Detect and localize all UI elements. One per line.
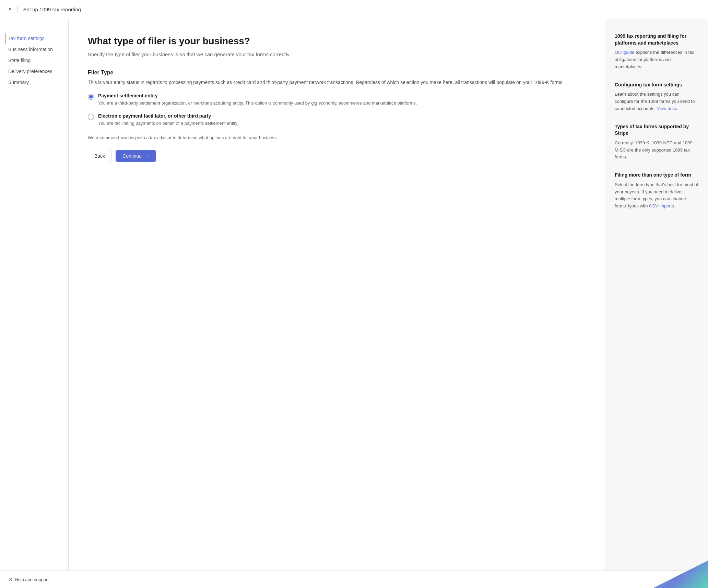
radio-title-pse: Payment settlement entity <box>98 93 417 98</box>
help-block-title-1: Configuring tax form settings <box>615 82 698 88</box>
view-docs-link[interactable]: View docs <box>657 106 677 111</box>
page-subtitle: Specify the type of filer your business … <box>88 51 586 59</box>
help-block-1: Configuring tax form settings Learn abou… <box>615 82 698 112</box>
back-button[interactable]: Back <box>88 150 111 162</box>
advisory-text: We recommend working with a tax advisor … <box>88 135 586 140</box>
help-block-2: Types of tax forms supported by Stripe C… <box>615 123 698 161</box>
main-layout: Tax form settings Business information S… <box>0 19 708 571</box>
radio-epf[interactable] <box>88 114 94 120</box>
radio-input-epf[interactable] <box>88 114 94 121</box>
radio-label-epf: Electronic payment facilitator, or other… <box>98 113 238 127</box>
help-block-0: 1099 tax reporting and filing for platfo… <box>615 33 698 71</box>
section-desc: This is your entity status in regards to… <box>88 79 586 86</box>
help-support-label: Help and support <box>15 577 49 582</box>
topbar-title: Set up 1099 tax reporting <box>23 7 81 12</box>
filer-type-section: Filer Type This is your entity status in… <box>88 70 586 127</box>
radio-option-pse: Payment settlement entity You are a thir… <box>88 93 586 107</box>
sidebar-item-state-filing[interactable]: State filing <box>8 55 60 66</box>
csv-imports-link[interactable]: CSV imports <box>649 203 674 208</box>
help-block-title-2: Types of tax forms supported by Stripe <box>615 123 698 137</box>
help-block-title-0: 1099 tax reporting and filing for platfo… <box>615 33 698 46</box>
radio-label-pse: Payment settlement entity You are a thir… <box>98 93 417 107</box>
help-block-text-1-before: Learn about the settings you can configu… <box>615 92 695 111</box>
help-block-title-3: Filing more than one type of form <box>615 172 698 179</box>
radio-pse[interactable] <box>88 94 94 100</box>
radio-title-epf: Electronic payment facilitator, or other… <box>98 113 238 119</box>
continue-button[interactable]: Continue → <box>116 150 156 162</box>
page-title: What type of filer is your business? <box>88 36 586 47</box>
help-icon: ⊙ <box>8 576 13 583</box>
help-block-text-0: Our guide explains the differences in ta… <box>615 49 698 70</box>
help-block-text-2: Currently, 1099-K, 1099-NEC and 1099-MIS… <box>615 140 698 161</box>
help-block-text-1: Learn about the settings you can configu… <box>615 91 698 112</box>
content-area: What type of filer is your business? Spe… <box>69 19 605 571</box>
topbar-divider <box>17 6 18 13</box>
button-row: Back Continue → <box>88 150 586 162</box>
sidebar-item-business-information[interactable]: Business information <box>8 44 60 55</box>
close-button[interactable]: × <box>8 6 12 13</box>
help-block-text-3: Select the form type that's best for mos… <box>615 181 698 210</box>
section-title: Filer Type <box>88 70 586 76</box>
help-block-text-3-after: . <box>675 203 677 208</box>
continue-label: Continue <box>122 153 142 159</box>
sidebar-item-summary[interactable]: Summary <box>8 77 60 88</box>
continue-arrow-icon: → <box>144 153 149 159</box>
sidebar-item-delivery-preferences[interactable]: Delivery preferences <box>8 66 60 77</box>
topbar: × Set up 1099 tax reporting <box>0 0 708 19</box>
our-guide-link[interactable]: Our guide <box>615 50 634 55</box>
right-panel: 1099 tax reporting and filing for platfo… <box>605 19 708 571</box>
help-block-3: Filing more than one type of form Select… <box>615 172 698 210</box>
bottom-bar: ⊙ Help and support <box>0 571 708 588</box>
radio-input-pse[interactable] <box>88 94 94 101</box>
sidebar-item-tax-form-settings[interactable]: Tax form settings <box>5 33 60 44</box>
help-support-button[interactable]: ⊙ Help and support <box>8 576 49 583</box>
radio-desc-pse: You are a third-party settlement organiz… <box>98 100 417 107</box>
radio-desc-epf: You are facilitating payments on behalf … <box>98 120 238 127</box>
radio-option-epf: Electronic payment facilitator, or other… <box>88 113 586 127</box>
sidebar: Tax form settings Business information S… <box>0 19 69 571</box>
